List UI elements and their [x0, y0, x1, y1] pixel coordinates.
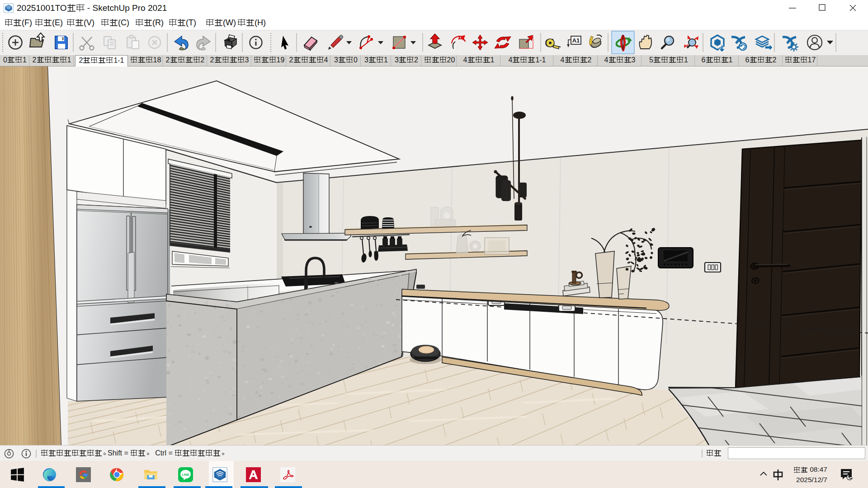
svg-text:LINE: LINE: [182, 473, 189, 477]
svg-text:A1: A1: [572, 37, 580, 44]
